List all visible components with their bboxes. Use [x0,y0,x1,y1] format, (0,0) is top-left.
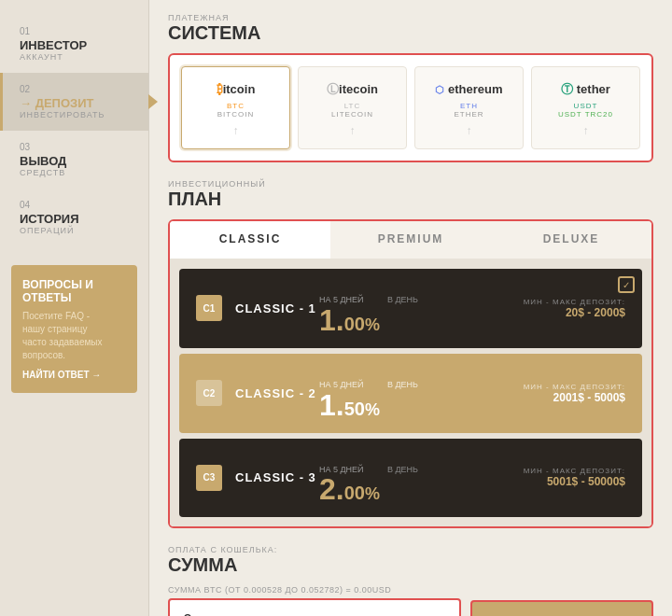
sidebar-item-num-4: 04 [20,200,132,210]
deposit-label-3: МИН - МАКС ДЕПОЗИТ: [513,467,625,475]
payment-label: ПЛАТЕЖНАЯ [168,13,653,22]
plan-title: ПЛАН [168,189,653,210]
sidebar-item-investor[interactable]: 01 ИНВЕСТОР АККАУНТ [0,15,148,73]
sidebar-item-sub-3: СРЕДСТВ [20,168,132,177]
plan-card-name-1: CLASSIC - 1 [235,301,319,315]
plan-card-icon-2: C2 [196,380,222,406]
sum-section-title: СУММА [168,554,653,576]
faq-block[interactable]: ВОПРОСЫ ИОТВЕТЫ Посетите FAQ -нашу стран… [11,265,137,393]
sidebar-item-withdraw[interactable]: 03 ВЫВОД СРЕДСТВ [0,131,148,189]
plan-box: CLASSIC PREMIUM DELUXE C1 CLASSIC - 1 НА… [168,219,653,528]
deposit-range-3: 5001$ - 50000$ [513,475,625,488]
faq-title: ВОПРОСЫ ИОТВЕТЫ [22,278,126,304]
eth-code: ETH [423,102,515,110]
plan-section: ИНВЕСТИЦИОННЫЙ ПЛАН CLASSIC PREMIUM DELU… [168,179,653,528]
sidebar-item-label-3: ВЫВОД [20,154,132,168]
deposit-range-2: 2001$ - 5000$ [513,391,625,404]
sidebar-item-label-1: ИНВЕСТОР [20,38,132,52]
sidebar-item-deposit[interactable]: 02 → ДЕПОЗИТ ИНВЕСТИРОВАТЬ [0,73,148,131]
btc-code: BTC [189,102,282,110]
tab-deluxe[interactable]: DELUXE [491,221,651,259]
eth-logo: ⬡ ethereum [423,78,515,98]
btc-arrow-icon: ↑ [189,124,282,137]
rate-symbol-2: % [365,400,380,420]
rate-whole-3: 2. [319,474,344,504]
plan-card-rate-1: НА 5 ДНЕЙ 1. 00 % В ДЕНЬ [319,282,513,335]
faq-link[interactable]: НАЙТИ ОТВЕТ → [22,370,126,380]
deposit-label-1: МИН - МАКС ДЕПОЗИТ: [513,298,625,306]
ltc-arrow-icon: ↑ [306,124,399,137]
tab-classic[interactable]: CLASSIC [170,221,330,259]
ltc-name: LITECOIN [306,110,399,119]
payment-card-usdt[interactable]: Ⓣ tether USDT USDT TRC20 ↑ [531,66,640,149]
usdt-name: USDT TRC20 [539,110,632,119]
plan-cards: C1 CLASSIC - 1 НА 5 ДНЕЙ 1. 00 % В ДЕНЬ [170,259,651,526]
plan-card-deposit-1: МИН - МАКС ДЕПОЗИТ: 20$ - 2000$ [513,298,625,319]
rate-perday-2: В ДЕНЬ [387,380,418,389]
deposit-range-1: 20$ - 2000$ [513,306,625,319]
plan-card-name-2: CLASSIC - 2 [235,386,319,400]
payment-title: СИСТЕМА [168,22,653,44]
btc-logo: ₿itcoin [189,78,282,98]
payment-box: ₿itcoin BTC BITCOIN ↑ Ⓛitecoin LTC LITEC… [168,53,653,162]
rate-frac-2: 50 [344,399,365,420]
sidebar-item-sub-2: ИНВЕСТИРОВАТЬ [20,110,132,119]
payment-grid: ₿itcoin BTC BITCOIN ↑ Ⓛitecoin LTC LITEC… [181,66,640,149]
ltc-logo: Ⓛitecoin [306,78,399,98]
plan-card-deposit-3: МИН - МАКС ДЕПОЗИТ: 5001$ - 50000$ [513,467,625,488]
plan-card-icon-1: C1 [196,295,222,321]
sidebar-item-num-2: 02 [20,84,132,94]
payment-card-eth[interactable]: ⬡ ethereum ETH ETHER ↑ [414,66,524,149]
rate-perday-1: В ДЕНЬ [387,295,418,304]
usdt-code: USDT [539,102,632,110]
sidebar-item-history[interactable]: 04 ИСТОРИЯ ОПЕРАЦИЙ [0,189,148,246]
sidebar-item-sub-1: АККАУНТ [20,52,132,62]
payment-section: ПЛАТЕЖНАЯ СИСТЕМА ₿itcoin BTC BITCOIN ↑ … [168,13,653,162]
rate-symbol-1: % [365,315,380,335]
payment-card-btc[interactable]: ₿itcoin BTC BITCOIN ↑ [181,66,290,149]
rate-frac-3: 00 [344,483,365,504]
rate-perday-3: В ДЕНЬ [387,465,418,474]
sidebar-item-label-2: → ДЕПОЗИТ [20,96,132,110]
plan-card-classic-3[interactable]: C3 CLASSIC - 3 НА 5 ДНЕЙ 2. 00 % В ДЕНЬ [179,439,642,518]
invest-button[interactable]: ИНВЕСТИРОВАТЬ → [470,600,653,616]
tab-premium[interactable]: PREMIUM [330,221,491,259]
plan-card-classic-1[interactable]: C1 CLASSIC - 1 НА 5 ДНЕЙ 1. 00 % В ДЕНЬ [179,269,642,348]
sum-note: СУММА BTC (ОТ 0.000528 ДО 0.052782) = 0.… [168,585,653,595]
plan-card-icon-3: C3 [196,465,222,491]
sum-section-label: ОПЛАТА С КОШЕЛЬКА: [168,545,653,554]
plan-card-rate-2: НА 5 ДНЕЙ 1. 50 % В ДЕНЬ [319,367,513,420]
plan-tabs: CLASSIC PREMIUM DELUXE [170,221,651,259]
plan-label: ИНВЕСТИЦИОННЫЙ [168,179,653,189]
sum-row: ИНВЕСТИРОВАТЬ → [168,598,653,616]
usdt-logo: Ⓣ tether [539,78,632,98]
sidebar-item-num-3: 03 [20,142,132,152]
plan-card-name-3: CLASSIC - 3 [235,470,319,484]
sidebar-item-sub-4: ОПЕРАЦИЙ [20,226,132,235]
sum-input[interactable] [170,600,459,616]
eth-name: ETHER [423,110,515,119]
sum-input-wrap [168,598,461,616]
check-icon-1: ✓ [618,276,635,293]
sidebar-item-num-1: 01 [20,26,132,36]
rate-whole-1: 1. [319,305,344,335]
sidebar: 01 ИНВЕСТОР АККАУНТ 02 → ДЕПОЗИТ ИНВЕСТИ… [0,0,149,616]
active-arrow-icon [148,94,158,109]
usdt-arrow-icon: ↑ [539,124,632,137]
btc-name: BITCOIN [189,110,282,119]
main-content: ПЛАТЕЖНАЯ СИСТЕМА ₿itcoin BTC BITCOIN ↑ … [149,0,672,616]
eth-arrow-icon: ↑ [423,124,515,137]
rate-whole-2: 1. [319,390,344,420]
faq-text: Посетите FAQ -нашу страницучасто задавае… [22,310,126,362]
deposit-label-2: МИН - МАКС ДЕПОЗИТ: [513,383,625,391]
sum-section: ОПЛАТА С КОШЕЛЬКА: СУММА СУММА BTC (ОТ 0… [168,545,653,616]
sidebar-item-label-4: ИСТОРИЯ [20,212,132,226]
plan-card-rate-3: НА 5 ДНЕЙ 2. 00 % В ДЕНЬ [319,452,513,505]
plan-card-classic-2[interactable]: C2 CLASSIC - 2 НА 5 ДНЕЙ 1. 50 % В ДЕНЬ [179,354,642,433]
plan-card-deposit-2: МИН - МАКС ДЕПОЗИТ: 2001$ - 5000$ [513,383,625,404]
rate-symbol-3: % [365,484,380,504]
ltc-code: LTC [306,102,399,110]
payment-card-ltc[interactable]: Ⓛitecoin LTC LITECOIN ↑ [298,66,407,149]
rate-frac-1: 00 [344,314,365,335]
